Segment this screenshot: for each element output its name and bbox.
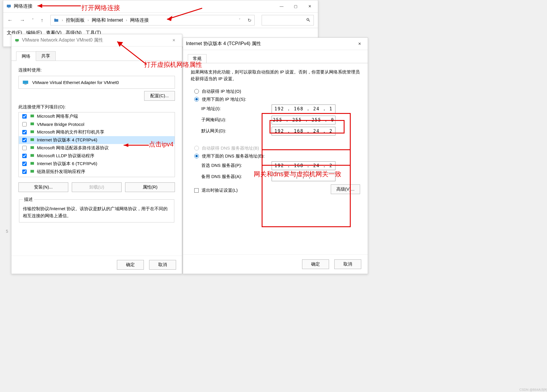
list-item[interactable]: Microsoft LLDP 协议驱动程序: [19, 152, 175, 160]
chevron-down-icon[interactable]: ˅: [239, 18, 241, 22]
props-titlebar: VMware Network Adapter VMnet0 属性 ✕: [11, 34, 182, 47]
list-item[interactable]: 链路层拓扑发现响应程序: [19, 168, 175, 176]
protocol-icon: [30, 161, 35, 167]
address-bar[interactable]: › 控制面板 › 网络和 Internet › 网络连接 ˅ ↻: [50, 15, 255, 25]
adapter-name: VMware Virtual Ethernet Adapter for VMne…: [32, 80, 119, 85]
breadcrumb-0[interactable]: 控制面板: [66, 17, 85, 23]
cancel-button[interactable]: 取消: [334, 259, 361, 269]
svg-rect-13: [30, 170, 34, 172]
item-checkbox[interactable]: [22, 138, 27, 142]
protocol-icon: [30, 129, 35, 135]
gateway-label: 默认网关(D):: [201, 128, 272, 134]
svg-rect-10: [30, 146, 34, 149]
chevron-right-icon: ›: [126, 18, 127, 22]
props-tabs: 网络 共享: [11, 47, 182, 61]
chevron-right-icon: ›: [88, 18, 89, 22]
items-list[interactable]: Microsoft 网络客户端VMware Bridge ProtocolMic…: [18, 112, 175, 177]
network-icon: [6, 4, 11, 9]
tab-share[interactable]: 共享: [36, 51, 56, 61]
mask-input[interactable]: 255 . 255 . 255 . 0: [272, 116, 335, 124]
gateway-input[interactable]: 192 . 168 . 24 . 2: [272, 127, 335, 136]
list-item[interactable]: Microsoft 网络的文件和打印机共享: [19, 128, 175, 136]
item-text: Internet 协议版本 4 (TCP/IPv4): [37, 137, 97, 143]
radio-auto-ip[interactable]: 自动获得 IP 地址(O): [194, 89, 360, 94]
tab-network[interactable]: 网络: [16, 52, 36, 61]
list-item[interactable]: Internet 协议版本 4 (TCP/IPv4): [19, 136, 175, 144]
protocol-icon: [30, 169, 35, 174]
radio-icon-checked: [194, 97, 199, 102]
maximize-button[interactable]: ▢: [293, 4, 299, 8]
svg-rect-3: [16, 41, 18, 42]
uninstall-button: 卸载(U): [72, 182, 122, 192]
svg-rect-0: [7, 5, 11, 7]
explorer-titlebar: 网络连接 — ▢ ✕: [3, 0, 318, 13]
svg-rect-2: [15, 39, 19, 41]
description-label: 描述: [23, 197, 34, 202]
dns1-input[interactable]: 192 . 168 . 24 . 2: [272, 161, 335, 170]
folder-icon: [54, 18, 59, 23]
item-checkbox[interactable]: [22, 130, 27, 134]
tab-general[interactable]: 常规: [188, 54, 207, 63]
radio-use-ip[interactable]: 使用下面的 IP 地址(S):: [194, 97, 360, 102]
list-item[interactable]: Internet 协议版本 6 (TCP/IPv6): [19, 160, 175, 168]
description-text: 传输控制协议/Internet 协议。该协议是默认的广域网络协议，用于在不同的相…: [23, 205, 171, 219]
radio-label: 自动获得 IP 地址(O): [202, 89, 241, 94]
minimize-button[interactable]: —: [279, 4, 284, 8]
forward-button[interactable]: →: [20, 17, 25, 23]
search-box[interactable]: 🔍︎: [262, 15, 314, 25]
mask-label: 子网掩码(U):: [201, 117, 272, 123]
svg-rect-7: [30, 122, 34, 125]
item-checkbox[interactable]: [22, 122, 27, 126]
description-group: 描述 传输控制协议/Internet 协议。该协议是默认的广域网络协议，用于在不…: [19, 197, 174, 222]
close-button[interactable]: ✕: [171, 38, 177, 42]
ip-input[interactable]: 192 . 168 . 24 . 1: [272, 105, 335, 113]
ok-button[interactable]: 确定: [117, 260, 144, 270]
explorer-navbar: ← → ˅ ↑ › 控制面板 › 网络和 Internet › 网络连接 ˅ ↻…: [3, 13, 318, 28]
chevron-right-icon: ›: [62, 18, 63, 22]
protocol-icon: [30, 145, 35, 151]
watermark: CSDN @B64A消闲: [519, 388, 547, 392]
breadcrumb-1[interactable]: 网络和 Internet: [92, 17, 123, 23]
bg-number: 5: [6, 229, 8, 234]
item-text: Microsoft LLDP 协议驱动程序: [37, 153, 94, 159]
list-item[interactable]: VMware Bridge Protocol: [19, 120, 175, 128]
item-checkbox[interactable]: [22, 162, 27, 166]
props-title: VMware Network Adapter VMnet0 属性: [22, 37, 103, 43]
cancel-button[interactable]: 取消: [149, 260, 176, 270]
window-controls: — ▢ ✕: [279, 4, 315, 8]
radio-use-dns[interactable]: 使用下面的 DNS 服务器地址(E):: [194, 153, 360, 159]
install-button[interactable]: 安装(N)...: [18, 182, 68, 192]
item-checkbox[interactable]: [22, 170, 27, 174]
ip-label: IP 地址(I):: [201, 106, 272, 112]
back-button[interactable]: ←: [7, 17, 13, 23]
list-item[interactable]: Microsoft 网络适配器多路传送器协议: [19, 144, 175, 152]
dns2-input[interactable]: . . .: [272, 172, 335, 181]
radio-auto-dns: 自动获得 DNS 服务器地址(B): [194, 145, 360, 151]
radio-label: 自动获得 DNS 服务器地址(B): [202, 145, 259, 151]
svg-rect-8: [30, 130, 34, 133]
up-button[interactable]: ↑: [41, 17, 43, 23]
close-button[interactable]: ✕: [307, 4, 313, 8]
configure-button[interactable]: 配置(C)...: [144, 91, 175, 101]
svg-rect-5: [24, 84, 26, 85]
item-checkbox[interactable]: [22, 114, 27, 119]
refresh-button[interactable]: ↻: [248, 18, 251, 23]
ipv4-properties-dialog: Internet 协议版本 4 (TCP/IPv4) 属性 ✕ 常规 如果网络支…: [183, 37, 368, 274]
close-button[interactable]: ✕: [357, 42, 362, 46]
ipv4-tabs: 常规: [183, 50, 368, 63]
breadcrumb-2[interactable]: 网络连接: [130, 17, 149, 23]
radio-icon-disabled: [194, 146, 199, 150]
radio-label: 使用下面的 IP 地址(S):: [202, 97, 246, 102]
advanced-button[interactable]: 高级(V)...: [331, 184, 360, 194]
ok-button[interactable]: 确定: [302, 259, 329, 269]
dropdown-arrow[interactable]: ˅: [32, 18, 34, 22]
item-checkbox[interactable]: [22, 154, 27, 158]
adapter-properties-dialog: VMware Network Adapter VMnet0 属性 ✕ 网络 共享…: [11, 34, 182, 274]
list-item[interactable]: Microsoft 网络客户端: [19, 112, 175, 120]
use-items-label: 此连接使用下列项目(O):: [18, 104, 175, 110]
protocol-icon: [30, 153, 35, 159]
item-text: VMware Bridge Protocol: [37, 122, 84, 127]
svg-rect-4: [23, 81, 28, 84]
item-checkbox[interactable]: [22, 146, 27, 150]
properties-button[interactable]: 属性(R): [125, 182, 175, 192]
